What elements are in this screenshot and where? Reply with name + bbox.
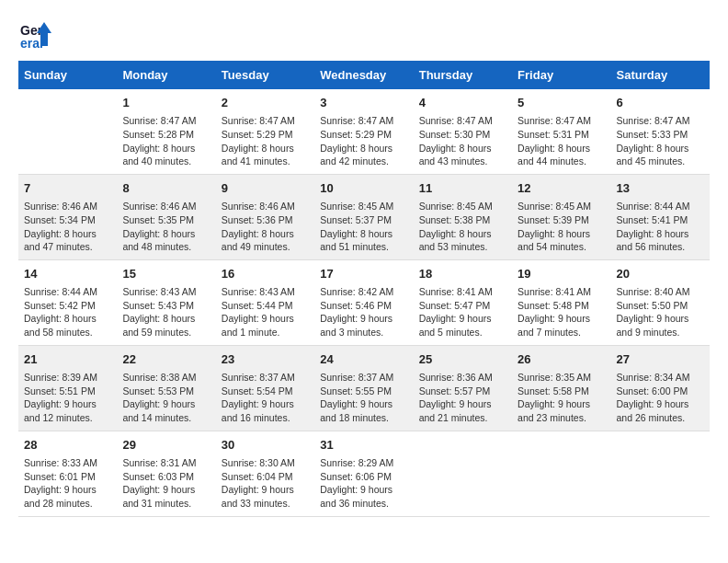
day-sunrise: Sunrise: 8:41 AM — [518, 285, 605, 299]
day-sunset: Sunset: 5:48 PM — [518, 299, 605, 313]
day-sunset: Sunset: 5:50 PM — [617, 299, 704, 313]
day-cell: 22 Sunrise: 8:38 AM Sunset: 5:53 PM Dayl… — [117, 345, 215, 431]
day-sunrise: Sunrise: 8:36 AM — [419, 371, 506, 385]
day-cell: 5 Sunrise: 8:47 AM Sunset: 5:31 PM Dayli… — [512, 89, 610, 174]
day-number: 14 — [24, 266, 111, 282]
day-cell: 19 Sunrise: 8:41 AM Sunset: 5:48 PM Dayl… — [512, 259, 610, 345]
day-sunrise: Sunrise: 8:41 AM — [419, 285, 506, 299]
day-cell: 18 Sunrise: 8:41 AM Sunset: 5:47 PM Dayl… — [414, 259, 512, 345]
day-number: 18 — [419, 266, 506, 282]
day-sunrise: Sunrise: 8:35 AM — [518, 371, 605, 385]
header-sunday: Sunday — [18, 61, 117, 89]
day-number: 30 — [222, 437, 309, 454]
day-sunset: Sunset: 5:41 PM — [617, 213, 704, 227]
day-daylight: Daylight: 9 hours and 1 minute. — [222, 312, 309, 339]
day-number: 13 — [617, 180, 704, 197]
header-tuesday: Tuesday — [216, 61, 314, 89]
logo: Gen eral — [18, 18, 55, 52]
day-cell: 31 Sunrise: 8:29 AM Sunset: 6:06 PM Dayl… — [314, 431, 413, 516]
day-cell: 10 Sunrise: 8:45 AM Sunset: 5:37 PM Dayl… — [314, 174, 413, 259]
day-number: 17 — [320, 266, 407, 282]
day-sunrise: Sunrise: 8:47 AM — [222, 114, 309, 128]
day-sunrise: Sunrise: 8:45 AM — [518, 200, 605, 213]
day-number: 4 — [419, 95, 506, 111]
week-row-1: 1 Sunrise: 8:47 AM Sunset: 5:28 PM Dayli… — [18, 89, 710, 174]
day-sunrise: Sunrise: 8:39 AM — [24, 371, 111, 385]
day-sunset: Sunset: 5:42 PM — [24, 299, 111, 313]
day-cell: 16 Sunrise: 8:43 AM Sunset: 5:44 PM Dayl… — [216, 259, 314, 345]
day-cell — [512, 431, 610, 516]
day-daylight: Daylight: 9 hours and 9 minutes. — [617, 312, 704, 339]
day-sunrise: Sunrise: 8:47 AM — [122, 114, 210, 128]
day-number: 6 — [617, 95, 704, 111]
week-row-5: 28 Sunrise: 8:33 AM Sunset: 6:01 PM Dayl… — [18, 431, 710, 516]
day-sunrise: Sunrise: 8:37 AM — [222, 371, 309, 385]
day-sunrise: Sunrise: 8:47 AM — [419, 114, 506, 128]
day-daylight: Daylight: 9 hours and 26 minutes. — [617, 397, 704, 424]
day-sunset: Sunset: 5:33 PM — [617, 128, 704, 142]
day-cell: 9 Sunrise: 8:46 AM Sunset: 5:36 PM Dayli… — [216, 174, 314, 259]
day-daylight: Daylight: 8 hours and 58 minutes. — [24, 312, 111, 339]
day-cell: 21 Sunrise: 8:39 AM Sunset: 5:51 PM Dayl… — [18, 345, 117, 431]
day-cell: 4 Sunrise: 8:47 AM Sunset: 5:30 PM Dayli… — [414, 89, 512, 174]
day-cell: 13 Sunrise: 8:44 AM Sunset: 5:41 PM Dayl… — [611, 174, 710, 259]
day-number: 3 — [320, 95, 407, 111]
day-sunrise: Sunrise: 8:46 AM — [122, 200, 210, 213]
day-sunset: Sunset: 5:43 PM — [122, 299, 210, 313]
day-sunset: Sunset: 5:57 PM — [419, 385, 506, 398]
day-number: 25 — [419, 351, 506, 368]
day-sunset: Sunset: 5:29 PM — [320, 128, 407, 142]
day-sunset: Sunset: 6:06 PM — [320, 470, 407, 484]
day-sunrise: Sunrise: 8:46 AM — [24, 200, 111, 213]
day-sunset: Sunset: 5:46 PM — [320, 299, 407, 313]
day-sunrise: Sunrise: 8:33 AM — [24, 456, 111, 470]
header-wednesday: Wednesday — [314, 61, 413, 89]
day-cell: 2 Sunrise: 8:47 AM Sunset: 5:29 PM Dayli… — [216, 89, 314, 174]
day-number: 24 — [320, 351, 407, 368]
calendar-header-row: SundayMondayTuesdayWednesdayThursdayFrid… — [18, 61, 710, 89]
day-daylight: Daylight: 8 hours and 56 minutes. — [617, 227, 704, 254]
day-sunset: Sunset: 5:44 PM — [222, 299, 309, 313]
day-cell: 23 Sunrise: 8:37 AM Sunset: 5:54 PM Dayl… — [216, 345, 314, 431]
day-cell: 11 Sunrise: 8:45 AM Sunset: 5:38 PM Dayl… — [414, 174, 512, 259]
day-cell: 25 Sunrise: 8:36 AM Sunset: 5:57 PM Dayl… — [414, 345, 512, 431]
week-row-3: 14 Sunrise: 8:44 AM Sunset: 5:42 PM Dayl… — [18, 259, 710, 345]
day-cell: 26 Sunrise: 8:35 AM Sunset: 5:58 PM Dayl… — [512, 345, 610, 431]
day-sunset: Sunset: 5:37 PM — [320, 213, 407, 227]
day-sunset: Sunset: 5:55 PM — [320, 385, 407, 398]
day-sunrise: Sunrise: 8:43 AM — [122, 285, 210, 299]
day-sunrise: Sunrise: 8:30 AM — [222, 456, 309, 470]
day-sunset: Sunset: 5:51 PM — [24, 385, 111, 398]
day-sunset: Sunset: 5:38 PM — [419, 213, 506, 227]
day-daylight: Daylight: 8 hours and 40 minutes. — [122, 142, 210, 168]
day-daylight: Daylight: 9 hours and 16 minutes. — [222, 397, 309, 424]
day-cell: 1 Sunrise: 8:47 AM Sunset: 5:28 PM Dayli… — [117, 89, 215, 174]
page-header: Gen eral — [18, 18, 710, 52]
header-saturday: Saturday — [611, 61, 710, 89]
day-daylight: Daylight: 9 hours and 18 minutes. — [320, 397, 407, 424]
day-cell: 8 Sunrise: 8:46 AM Sunset: 5:35 PM Dayli… — [117, 174, 215, 259]
day-daylight: Daylight: 8 hours and 45 minutes. — [617, 142, 704, 168]
day-sunset: Sunset: 5:30 PM — [419, 128, 506, 142]
day-daylight: Daylight: 9 hours and 14 minutes. — [122, 397, 210, 424]
day-sunset: Sunset: 6:01 PM — [24, 470, 111, 484]
day-cell: 7 Sunrise: 8:46 AM Sunset: 5:34 PM Dayli… — [18, 174, 117, 259]
day-number: 22 — [122, 351, 210, 368]
header-monday: Monday — [117, 61, 215, 89]
day-sunset: Sunset: 5:58 PM — [518, 385, 605, 398]
day-number: 23 — [222, 351, 309, 368]
day-sunset: Sunset: 5:39 PM — [518, 213, 605, 227]
svg-text:eral: eral — [20, 36, 43, 51]
day-daylight: Daylight: 8 hours and 42 minutes. — [320, 142, 407, 168]
day-sunset: Sunset: 5:53 PM — [122, 385, 210, 398]
day-daylight: Daylight: 9 hours and 28 minutes. — [24, 483, 111, 510]
day-sunset: Sunset: 5:34 PM — [24, 213, 111, 227]
day-cell: 30 Sunrise: 8:30 AM Sunset: 6:04 PM Dayl… — [216, 431, 314, 516]
day-number: 27 — [617, 351, 704, 368]
day-number: 26 — [518, 351, 605, 368]
header-friday: Friday — [512, 61, 610, 89]
day-sunrise: Sunrise: 8:44 AM — [24, 285, 111, 299]
day-number: 8 — [122, 180, 210, 197]
day-number: 1 — [122, 95, 210, 111]
day-sunset: Sunset: 6:03 PM — [122, 470, 210, 484]
